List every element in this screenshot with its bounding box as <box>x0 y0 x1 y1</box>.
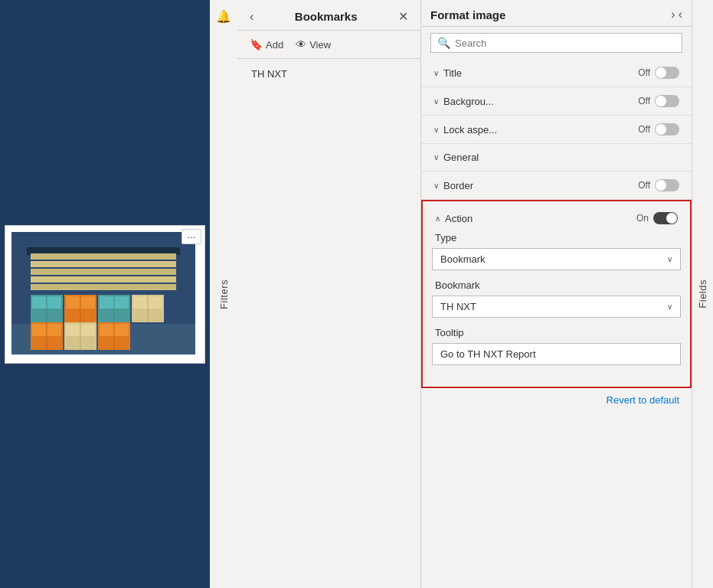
bookmarks-view-button[interactable]: 👁 View <box>293 37 334 52</box>
filters-label: Filters <box>218 279 230 309</box>
add-button-label: Add <box>266 39 283 51</box>
bookmarks-panel: ‹ Bookmarks ✕ 🔖 Add 👁 View TH NXT <box>237 0 421 588</box>
revert-to-default-link[interactable]: Revert to default <box>421 388 692 412</box>
warehouse-illustration <box>11 232 195 354</box>
svg-rect-4 <box>31 261 176 267</box>
search-icon: 🔍 <box>437 37 450 49</box>
format-panel: Format image › ‹ 🔍 ∨ Title Off ∨ Backgro <box>421 0 692 588</box>
action-toggle-label: On <box>636 213 649 224</box>
type-dropdown-chevron-icon: ∨ <box>667 255 672 263</box>
canvas-area: ··· <box>0 0 237 588</box>
bookmarks-list: TH NXT <box>237 59 420 89</box>
more-options-button[interactable]: ··· <box>182 229 201 244</box>
section-title: ∨ Title Off <box>421 59 692 87</box>
view-bookmark-icon: 👁 <box>296 38 306 51</box>
bookmark-dropdown[interactable]: TH NXT ∨ <box>432 296 681 318</box>
image-card: ··· <box>5 225 205 364</box>
tooltip-label: Tooltip <box>432 327 681 338</box>
bookmark-label: Bookmark <box>432 279 681 291</box>
search-input[interactable] <box>455 38 675 49</box>
format-header: Format image › ‹ <box>421 0 692 27</box>
bookmarks-title: Bookmarks <box>295 10 358 23</box>
section-background: ∨ Backgrou... Off <box>421 87 692 116</box>
format-sections: ∨ Title Off ∨ Backgrou... Off ∨ Lock a <box>421 59 692 588</box>
section-border: ∨ Border Off <box>421 172 692 200</box>
svg-rect-3 <box>31 253 176 260</box>
action-toggle[interactable] <box>653 212 678 224</box>
view-button-label: View <box>309 39 331 51</box>
border-chevron-icon[interactable]: ∨ <box>433 181 439 190</box>
section-general: ∨ General <box>421 144 692 172</box>
lock-aspect-chevron-icon[interactable]: ∨ <box>433 126 439 134</box>
title-chevron-icon[interactable]: ∨ <box>433 69 439 77</box>
filter-arrow-icon[interactable]: 🔔 <box>216 9 231 24</box>
type-subsection: Type Bookmark ∨ <box>432 232 681 270</box>
action-header: ∧ Action On <box>432 207 681 232</box>
tooltip-input[interactable] <box>432 343 681 365</box>
action-section-label: Action <box>445 213 473 224</box>
action-chevron-icon[interactable]: ∧ <box>435 214 440 223</box>
bookmarks-add-button[interactable]: 🔖 Add <box>247 37 286 52</box>
background-toggle[interactable] <box>655 95 679 107</box>
lock-aspect-section-label: Lock aspe... <box>443 124 497 136</box>
section-lock-aspect: ∨ Lock aspe... Off <box>421 116 692 144</box>
bookmark-subsection: Bookmark TH NXT ∨ <box>432 279 681 318</box>
tooltip-subsection: Tooltip <box>432 327 681 365</box>
format-title: Format image <box>430 8 505 21</box>
svg-rect-5 <box>31 269 176 275</box>
title-section-label: Title <box>443 67 462 79</box>
fields-label: Fields <box>697 279 708 309</box>
background-section-label: Backgrou... <box>443 96 494 107</box>
general-section-label: General <box>443 152 479 163</box>
action-left: ∧ Action <box>435 213 473 224</box>
add-bookmark-icon: 🔖 <box>250 38 263 51</box>
border-section-label: Border <box>443 180 473 191</box>
fields-sidebar[interactable]: Fields <box>692 0 713 588</box>
lock-aspect-toggle[interactable] <box>655 123 679 136</box>
background-toggle-label: Off <box>638 96 650 106</box>
bookmark-value: TH NXT <box>440 301 476 312</box>
svg-rect-6 <box>31 276 176 283</box>
action-toggle-container: On <box>636 212 678 224</box>
type-value: Bookmark <box>440 253 486 265</box>
bookmarks-toolbar: 🔖 Add 👁 View <box>237 31 420 59</box>
search-box: 🔍 <box>430 33 682 53</box>
bookmark-item[interactable]: TH NXT <box>247 65 411 83</box>
format-nav-arrows: › ‹ <box>671 8 682 21</box>
type-label: Type <box>432 232 681 243</box>
border-toggle[interactable] <box>655 179 679 191</box>
title-toggle[interactable] <box>655 67 679 79</box>
title-toggle-label: Off <box>638 67 650 78</box>
bookmarks-header: ‹ Bookmarks ✕ <box>237 0 420 31</box>
bookmark-dropdown-chevron-icon: ∨ <box>667 302 672 311</box>
bookmarks-nav-left[interactable]: ‹ <box>247 8 257 25</box>
general-chevron-icon[interactable]: ∨ <box>433 153 439 162</box>
svg-rect-7 <box>31 284 176 290</box>
format-nav-prev[interactable]: ‹ <box>679 8 682 21</box>
bookmarks-close-button[interactable]: ✕ <box>395 8 411 25</box>
action-section: ∧ Action On Type Bookmark ∨ Bookmark <box>421 200 692 388</box>
filters-sidebar[interactable]: 🔔 Filters <box>210 0 237 588</box>
type-dropdown[interactable]: Bookmark ∨ <box>432 248 681 270</box>
lock-aspect-toggle-label: Off <box>638 124 650 135</box>
border-toggle-label: Off <box>638 180 650 191</box>
format-nav-next[interactable]: › <box>671 8 675 21</box>
background-chevron-icon[interactable]: ∨ <box>433 97 439 106</box>
